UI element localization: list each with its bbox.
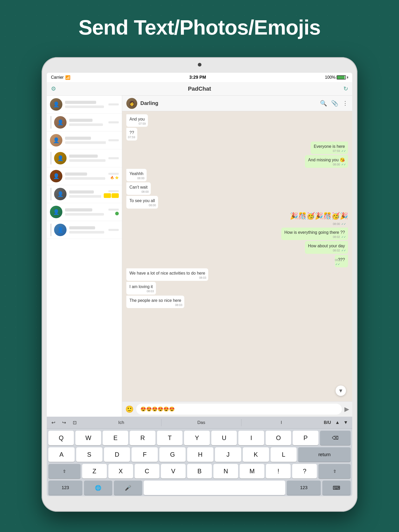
key-L[interactable]: L <box>271 447 297 462</box>
sidebar-text <box>65 137 106 144</box>
sidebar-item[interactable]: 👤 <box>47 96 122 114</box>
sidebar-item[interactable]: 👤 <box>47 185 122 203</box>
key-C[interactable]: C <box>135 464 159 478</box>
sidebar-preview <box>69 231 104 234</box>
attachment-icon[interactable]: 📎 <box>331 100 338 107</box>
sidebar-meta <box>108 209 119 215</box>
sidebar-text <box>65 101 106 108</box>
backspace-button[interactable]: ⌫ <box>320 431 351 445</box>
key-question[interactable]: ? <box>292 464 317 478</box>
key-F[interactable]: F <box>132 447 158 462</box>
format-button[interactable]: B/U <box>324 420 331 425</box>
message-ticks: ✓✓ <box>341 235 346 238</box>
key-P[interactable]: P <box>293 431 318 445</box>
key-H[interactable]: H <box>187 447 213 462</box>
sidebar-preview <box>65 213 104 216</box>
sidebar: 👤 👤 <box>47 96 122 417</box>
sidebar-item[interactable]: 👤 <box>47 149 122 167</box>
key-R[interactable]: R <box>130 431 155 445</box>
message-bubble: Everyone is here 07:59 ✓✓ <box>311 142 348 154</box>
sidebar-preview <box>69 159 106 162</box>
microphone-button[interactable]: 🎤 <box>114 481 142 495</box>
shift-button[interactable]: ⇧ <box>48 464 81 478</box>
key-Q[interactable]: Q <box>48 431 74 445</box>
numbers-right-button[interactable]: 123 <box>287 481 321 495</box>
shift-right-button[interactable]: ⇧ <box>318 464 351 478</box>
message-text: To see you all <box>129 198 155 203</box>
key-T[interactable]: T <box>157 431 182 445</box>
key-D[interactable]: D <box>104 447 130 462</box>
key-O[interactable]: O <box>266 431 291 445</box>
redo-button[interactable]: ↪ <box>60 419 68 427</box>
battery-bar <box>337 75 346 79</box>
key-N[interactable]: N <box>213 464 238 478</box>
sidebar-preview <box>69 123 103 126</box>
key-E[interactable]: E <box>103 431 128 445</box>
message-bubble: We have a lot of nice activities to do h… <box>126 268 208 281</box>
sidebar-divider <box>50 224 51 236</box>
message-ticks: ✓✓ <box>335 263 340 266</box>
message-time: 08:00 <box>137 176 145 180</box>
paste-button[interactable]: ⊡ <box>71 419 79 427</box>
key-exclaim[interactable]: ! <box>266 464 291 478</box>
key-M[interactable]: M <box>240 464 264 478</box>
key-I[interactable]: I <box>238 431 264 445</box>
globe-button[interactable]: 🌐 <box>84 481 112 495</box>
keyboard: ↩ ↪ ⊡ Ich Das I B/U ▲ ▼ Q W <box>47 417 352 496</box>
scroll-to-bottom-button[interactable]: ▼ <box>336 385 346 396</box>
sidebar-name <box>69 190 94 194</box>
suggestion-1[interactable]: Ich <box>81 419 161 426</box>
key-Z[interactable]: Z <box>82 464 107 478</box>
arrow-up-button[interactable]: ▲ <box>333 419 341 426</box>
suggestion-3[interactable]: I <box>241 419 321 426</box>
settings-icon[interactable]: ⚙ <box>51 85 56 92</box>
sidebar-meta <box>108 157 119 159</box>
sidebar-preview <box>65 105 104 108</box>
key-A[interactable]: A <box>48 447 75 462</box>
sidebar-item[interactable]: 👤 <box>47 203 122 221</box>
suggestion-2[interactable]: Das <box>161 419 241 426</box>
chat-area: 👩 Darling 🔍 📎 ⋮ And you 07:59 <box>122 96 352 417</box>
key-W[interactable]: W <box>75 431 101 445</box>
key-Y[interactable]: Y <box>184 431 210 445</box>
keyboard-rows: Q W E R T Y U I O P ⌫ A S D F <box>47 429 352 496</box>
return-button[interactable]: return <box>298 447 351 462</box>
message-text: ?? <box>129 130 134 135</box>
emoji-button[interactable]: 🙂 <box>125 405 134 413</box>
refresh-icon[interactable]: ↻ <box>343 85 348 92</box>
numbers-button[interactable]: 123 <box>48 481 82 495</box>
key-V[interactable]: V <box>161 464 186 478</box>
sidebar-divider <box>50 188 51 200</box>
sidebar-preview <box>65 141 106 144</box>
sidebar-time <box>108 229 119 231</box>
sidebar-item[interactable]: 👤 <box>47 114 122 131</box>
sidebar-item[interactable]: 👤 <box>47 221 122 239</box>
undo-button[interactable]: ↩ <box>49 419 57 427</box>
sidebar-divider <box>50 116 51 129</box>
message-text: How about your day <box>308 244 345 248</box>
battery-tip <box>347 76 348 78</box>
message-input[interactable]: 😍😍😍😍😍😍 <box>136 404 342 415</box>
key-S[interactable]: S <box>76 447 102 462</box>
message-bubble: To see you all 08:00 <box>126 196 158 208</box>
sidebar-item[interactable]: 👤 <box>47 131 122 149</box>
space-button[interactable] <box>144 481 285 495</box>
key-G[interactable]: G <box>159 447 186 462</box>
message-text: We have a lot of nice activities to do h… <box>129 271 205 275</box>
search-icon[interactable]: 🔍 <box>320 100 327 107</box>
key-U[interactable]: U <box>211 431 237 445</box>
key-B[interactable]: B <box>187 464 212 478</box>
wifi-icon: 📶 <box>65 75 70 80</box>
dismiss-keyboard-button[interactable]: ⌨ <box>322 481 351 495</box>
more-options-icon[interactable]: ⋮ <box>342 100 348 107</box>
arrow-down-button[interactable]: ▼ <box>342 419 350 426</box>
key-K[interactable]: K <box>243 447 269 462</box>
key-J[interactable]: J <box>215 447 241 462</box>
send-button[interactable]: ▶ <box>344 405 349 413</box>
sidebar-time <box>108 121 119 123</box>
message-text: How is everything going there ?? <box>284 230 345 235</box>
sidebar-item[interactable]: 👤 🔥 ⭐ <box>47 167 122 185</box>
sidebar-time <box>108 173 119 175</box>
message-time: 08:00 ✓✓ <box>333 163 346 167</box>
key-X[interactable]: X <box>108 464 133 478</box>
